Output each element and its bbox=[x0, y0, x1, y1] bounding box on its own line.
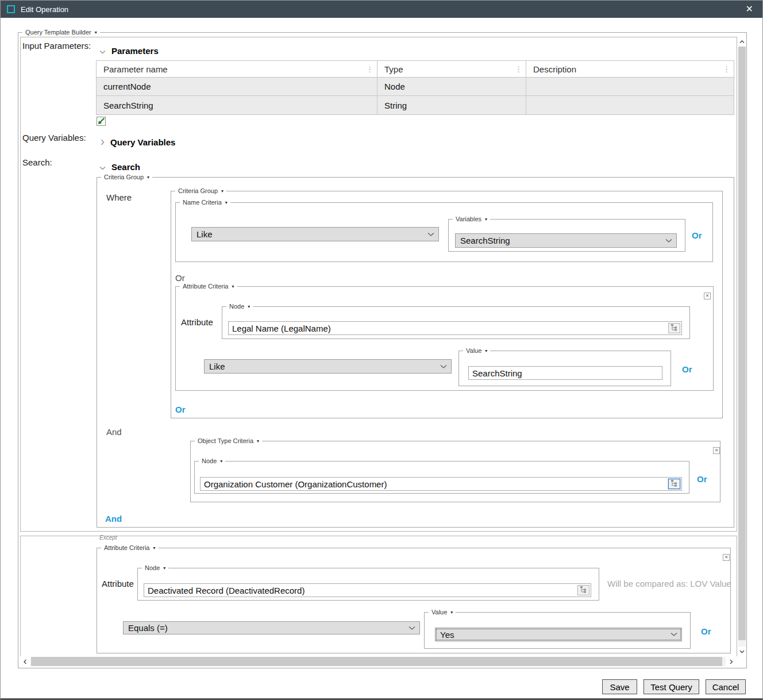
object-type-node-field[interactable]: Organization Customer (OrganizationCusto… bbox=[200, 477, 682, 491]
input-parameters-label: Input Parameters: bbox=[22, 41, 91, 51]
search-label: Search: bbox=[22, 157, 52, 167]
attribute-criteria-legend[interactable]: Attribute Criteria▾ bbox=[180, 282, 237, 291]
node-picker-button[interactable] bbox=[668, 479, 680, 489]
legend-menu-icon: ▾ bbox=[163, 566, 165, 571]
or-add-link[interactable]: Or bbox=[701, 626, 711, 636]
query-template-builder-legend[interactable]: Query Template Builder▾ bbox=[22, 28, 100, 37]
remove-criteria-button[interactable]: ✕ bbox=[704, 293, 711, 299]
scroll-up-arrow[interactable] bbox=[738, 37, 746, 47]
window-title: Edit Operation bbox=[21, 5, 68, 14]
node-picker-button[interactable] bbox=[577, 585, 589, 595]
attribute-criteria-legend[interactable]: Attribute Criteria▾ bbox=[101, 544, 159, 552]
node-legend[interactable]: Node▾ bbox=[142, 564, 168, 572]
chevron-down-icon bbox=[99, 46, 106, 56]
cell-type[interactable]: String bbox=[377, 96, 526, 114]
or-separator-label: Or bbox=[175, 273, 185, 283]
title-bar: Edit Operation ✕ bbox=[1, 1, 762, 18]
where-label: Where bbox=[106, 193, 132, 202]
attribute-operator-select[interactable]: Like bbox=[204, 359, 452, 374]
test-query-button[interactable]: Test Query bbox=[643, 679, 699, 694]
column-menu-icon[interactable]: ⋮ bbox=[366, 66, 373, 73]
chevron-down-icon bbox=[427, 232, 434, 236]
add-parameter-row-icon[interactable] bbox=[96, 116, 106, 126]
legend-menu-icon: ▾ bbox=[232, 284, 234, 289]
legend-menu-icon: ▾ bbox=[220, 459, 222, 464]
chevron-down-icon bbox=[670, 633, 677, 637]
remove-criteria-button[interactable]: ✕ bbox=[723, 554, 730, 561]
attribute-label: Attribute bbox=[181, 317, 213, 327]
parameters-table: Parameter name ⋮ Type ⋮ Description ⋮ cu… bbox=[96, 60, 734, 115]
query-variables-label: Query Variables: bbox=[22, 133, 86, 143]
legend-menu-icon: ▾ bbox=[95, 30, 97, 35]
vertical-scroll-thumb[interactable] bbox=[738, 47, 746, 640]
legend-menu-icon: ▾ bbox=[485, 348, 487, 353]
chevron-down-icon bbox=[440, 364, 447, 368]
column-header-description[interactable]: Description ⋮ bbox=[526, 61, 734, 77]
except-label: Except bbox=[99, 534, 117, 541]
legend-menu-icon: ▾ bbox=[221, 189, 223, 194]
parameters-table-header: Parameter name ⋮ Type ⋮ Description ⋮ bbox=[97, 61, 734, 78]
criteria-group-legend[interactable]: Criteria Group▾ bbox=[175, 187, 226, 195]
horizontal-scroll-thumb[interactable] bbox=[31, 657, 722, 666]
cell-description[interactable] bbox=[526, 96, 734, 114]
except-node-field[interactable]: Deactivated Record (DeactivatedRecord) bbox=[144, 583, 591, 597]
or-add-link[interactable]: Or bbox=[697, 474, 707, 484]
node-legend[interactable]: Node▾ bbox=[226, 302, 253, 311]
close-icon[interactable]: ✕ bbox=[746, 5, 753, 14]
criteria-group-legend[interactable]: Criteria Group▾ bbox=[101, 173, 152, 182]
table-row[interactable]: SearchString String bbox=[97, 96, 734, 114]
search-section-header[interactable]: Search bbox=[99, 162, 140, 172]
tree-icon bbox=[580, 585, 587, 595]
name-criteria-legend[interactable]: Name Criteria▾ bbox=[180, 198, 230, 207]
and-separator-label: And bbox=[106, 427, 122, 437]
cell-parameter-name[interactable]: SearchString bbox=[97, 96, 377, 114]
legend-menu-icon: ▾ bbox=[485, 217, 487, 222]
value-legend[interactable]: Value▾ bbox=[429, 608, 456, 617]
except-operator-select[interactable]: Equals (=) bbox=[123, 621, 420, 634]
column-menu-icon[interactable]: ⋮ bbox=[515, 66, 522, 73]
attribute-node-field[interactable]: Legal Name (LegalName) bbox=[228, 321, 682, 335]
cancel-button[interactable]: Cancel bbox=[706, 679, 746, 694]
remove-criteria-button[interactable]: ✕ bbox=[713, 447, 720, 454]
or-add-link[interactable]: Or bbox=[692, 230, 702, 240]
scroll-left-arrow[interactable] bbox=[20, 657, 30, 666]
cell-parameter-name[interactable]: currentNode bbox=[97, 78, 377, 95]
cell-description[interactable] bbox=[526, 78, 734, 95]
horizontal-scrollbar[interactable] bbox=[20, 657, 737, 666]
chevron-down-icon bbox=[665, 239, 672, 243]
vertical-scrollbar[interactable] bbox=[738, 37, 746, 656]
column-menu-icon[interactable]: ⋮ bbox=[723, 66, 730, 73]
chevron-right-icon bbox=[101, 137, 105, 147]
column-header-type[interactable]: Type ⋮ bbox=[377, 61, 526, 77]
or-add-link[interactable]: Or bbox=[175, 405, 186, 414]
edit-operation-dialog: Edit Operation ✕ Query Template Builder▾… bbox=[0, 0, 763, 700]
scroll-right-arrow[interactable] bbox=[726, 657, 737, 666]
attribute-label: Attribute bbox=[102, 579, 134, 589]
legend-menu-icon: ▾ bbox=[225, 200, 228, 205]
and-add-link[interactable]: And bbox=[105, 514, 122, 524]
chevron-down-icon bbox=[409, 626, 415, 630]
cell-type[interactable]: Node bbox=[377, 78, 526, 95]
variables-legend[interactable]: Variables▾ bbox=[453, 215, 490, 224]
column-header-parameter-name[interactable]: Parameter name ⋮ bbox=[97, 61, 377, 77]
tree-icon bbox=[670, 323, 678, 333]
tree-icon bbox=[670, 479, 678, 489]
node-legend[interactable]: Node▾ bbox=[199, 457, 225, 466]
chevron-down-icon bbox=[99, 162, 106, 172]
query-variables-section-header[interactable]: Query Variables bbox=[101, 137, 175, 147]
value-legend[interactable]: Value▾ bbox=[463, 347, 490, 355]
node-picker-button[interactable] bbox=[668, 323, 680, 333]
legend-menu-icon: ▾ bbox=[153, 545, 155, 551]
compare-note: Will be compared as: LOV Value bbox=[607, 579, 731, 589]
save-button[interactable]: Save bbox=[602, 679, 637, 694]
object-type-criteria-legend[interactable]: Object Type Criteria▾ bbox=[195, 437, 262, 445]
name-operator-select[interactable]: Like bbox=[191, 227, 439, 241]
variable-select[interactable]: SearchString bbox=[455, 233, 677, 248]
legend-menu-icon: ▾ bbox=[257, 439, 259, 444]
except-value-select[interactable]: Yes bbox=[435, 628, 682, 641]
parameters-section-header[interactable]: Parameters bbox=[99, 46, 159, 56]
table-row[interactable]: currentNode Node bbox=[97, 78, 734, 96]
or-add-link[interactable]: Or bbox=[682, 364, 692, 374]
scroll-down-arrow[interactable] bbox=[738, 647, 746, 656]
attribute-value-input[interactable]: SearchString bbox=[468, 366, 662, 380]
